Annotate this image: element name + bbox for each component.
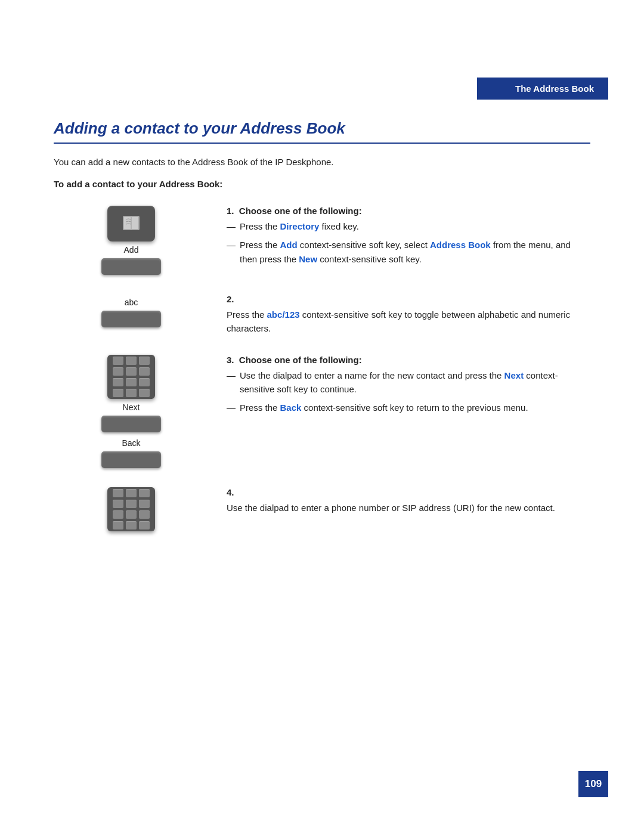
- page-title: Adding a contact to your Address Book: [54, 119, 590, 144]
- main-content: Adding a contact to your Address Book Yo…: [54, 119, 590, 548]
- header-band: The Address Book: [477, 78, 608, 100]
- step-3-right: 3. Choose one of the following: — Use th…: [209, 352, 590, 420]
- step-1-left: Add: [54, 203, 209, 275]
- back-button-illus: [101, 451, 161, 468]
- step-2-right: 2. Press the abc/123 context-sensitive s…: [209, 292, 590, 336]
- abc-label: abc: [125, 298, 138, 307]
- add-label: Add: [124, 245, 139, 255]
- step-3-row: Next Back 3. Choose one of the following…: [54, 352, 590, 468]
- next-button-illus: [101, 416, 161, 432]
- step-3-bullet-2: — Press the Back context-sensitive soft …: [227, 401, 590, 414]
- step-1-number: 1. Choose one of the following:: [227, 206, 590, 216]
- step-3-number: 3. Choose one of the following:: [227, 355, 590, 365]
- step-3-content: — Use the dialpad to enter a name for th…: [227, 368, 590, 415]
- header-title: The Address Book: [515, 83, 594, 94]
- add-button-illus: [101, 258, 161, 275]
- page-number: 109: [578, 771, 608, 797]
- step-4-content: Use the dialpad to enter a phone number …: [227, 501, 590, 515]
- step-1-bullet-2: — Press the Add context-sensitive soft k…: [227, 238, 590, 266]
- step-1-content: — Press the Directory fixed key. — Press…: [227, 219, 590, 266]
- step-2-number: 2.: [227, 294, 590, 304]
- step-4-right: 4. Use the dialpad to enter a phone numb…: [209, 485, 590, 515]
- dialpad-2: [107, 487, 155, 531]
- abc-button-illus: [101, 311, 161, 327]
- next-label: Next: [123, 402, 140, 412]
- step-2-left: abc: [54, 292, 209, 327]
- step-4-left: [54, 485, 209, 531]
- step-4-number: 4.: [227, 487, 590, 497]
- step-1-right: 1. Choose one of the following: — Press …: [209, 203, 590, 271]
- step-2-row: abc 2. Press the abc/123 context-sensiti…: [54, 292, 590, 336]
- section-label: To add a contact to your Address Book:: [54, 179, 590, 189]
- step-2-content: Press the abc/123 context-sensitive soft…: [227, 308, 590, 336]
- directory-key: [107, 206, 155, 241]
- step-3-bullet-1: — Use the dialpad to enter a name for th…: [227, 368, 590, 397]
- back-label: Back: [122, 438, 140, 448]
- steps-area: Add 1. Choose one of the following: — Pr…: [54, 203, 590, 548]
- step-3-left: Next Back: [54, 352, 209, 468]
- step-4-row: 4. Use the dialpad to enter a phone numb…: [54, 485, 590, 531]
- intro-text: You can add a new contacts to the Addres…: [54, 157, 590, 167]
- dialpad-1: [107, 355, 155, 399]
- book-icon: [120, 215, 142, 233]
- step-1-bullet-1: — Press the Directory fixed key.: [227, 219, 590, 233]
- step-1-row: Add 1. Choose one of the following: — Pr…: [54, 203, 590, 275]
